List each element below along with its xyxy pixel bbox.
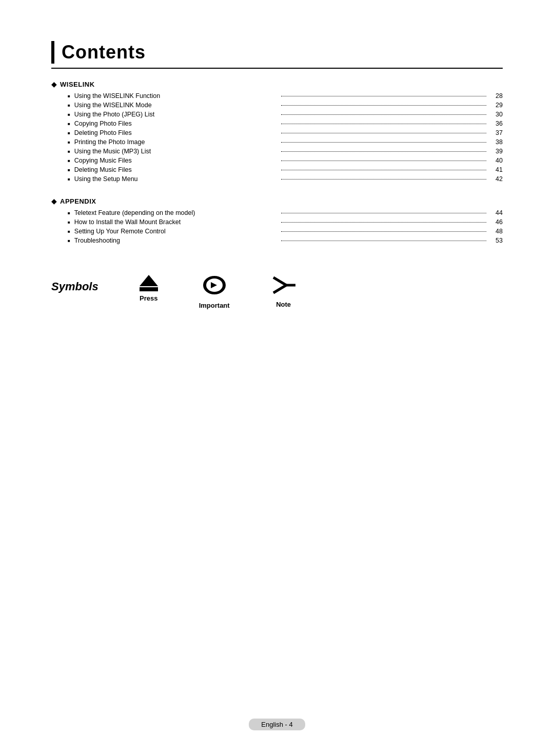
press-icon	[140, 275, 158, 291]
symbol-important: Important	[199, 275, 230, 309]
bullet-icon: ■	[68, 94, 70, 98]
title-wrapper: Contents	[51, 41, 503, 64]
toc-page: 37	[488, 129, 503, 136]
toc-dots	[281, 124, 486, 124]
toc-page: 39	[488, 148, 503, 155]
important-icon	[202, 275, 227, 299]
toc-dots	[281, 222, 486, 223]
toc-page: 29	[488, 102, 503, 109]
bullet-icon: ■	[68, 112, 70, 117]
toc-item-text: Deleting Photo Files	[74, 129, 280, 136]
title-bar	[51, 41, 54, 64]
toc-item-text: Teletext Feature (depending on the model…	[74, 209, 280, 216]
toc-page: 53	[488, 237, 503, 244]
bullet-icon: ■	[68, 131, 70, 135]
toc-page: 46	[488, 218, 503, 226]
toc-page: 28	[488, 92, 503, 100]
section-wiselink-header: ◆ Wiselink	[51, 80, 503, 88]
bullet-icon: ■	[68, 149, 70, 154]
toc-item: ■ Teletext Feature (depending on the mod…	[68, 209, 503, 216]
toc-page: 30	[488, 111, 503, 118]
toc-item: ■ How to Install the Wall Mount Bracket …	[68, 218, 503, 226]
toc-page: 48	[488, 228, 503, 235]
bullet-icon: ■	[68, 168, 70, 172]
toc-page: 42	[488, 175, 503, 183]
section-appendix-title: Appendix	[60, 197, 96, 205]
toc-dots	[281, 133, 486, 133]
toc-item: ■ Troubleshooting 53	[68, 237, 503, 244]
toc-page: 41	[488, 166, 503, 173]
toc-item: ■ Using the Music (MP3) List 39	[68, 148, 503, 155]
toc-item: ■ Printing the Photo Image 38	[68, 138, 503, 146]
footer: English - 4	[0, 719, 554, 730]
toc-item: ■ Using the Photo (JPEG) List 30	[68, 111, 503, 118]
bullet-icon: ■	[68, 211, 70, 215]
important-caption: Important	[199, 302, 230, 309]
toc-dots	[281, 170, 486, 170]
bullet-icon: ■	[68, 238, 70, 243]
toc-item: ■ Copying Photo Files 36	[68, 120, 503, 127]
page: Contents ◆ Wiselink ■ Using the WISELINK…	[0, 0, 554, 756]
toc-page: 38	[488, 138, 503, 146]
wiselink-toc-items: ■ Using the WISELINK Function 28 ■ Using…	[68, 92, 503, 183]
bullet-icon: ■	[68, 177, 70, 182]
toc-dots	[281, 179, 486, 180]
rect-base	[140, 287, 158, 291]
toc-dots	[281, 231, 486, 232]
toc-item: ■ Using the WISELINK Function 28	[68, 92, 503, 100]
section-appendix-header: ◆ Appendix	[51, 197, 503, 205]
symbol-items: Press Important	[140, 275, 296, 309]
toc-item: ■ Deleting Photo Files 37	[68, 129, 503, 136]
toc-item-text: Troubleshooting	[74, 237, 280, 244]
toc-item-text: Using the Music (MP3) List	[74, 148, 280, 155]
toc-item-text: Using the WISELINK Mode	[74, 102, 280, 109]
bullet-icon: ■	[68, 103, 70, 108]
toc-item: ■ Using the Setup Menu 42	[68, 175, 503, 183]
diamond-icon-appendix: ◆	[51, 197, 57, 205]
toc-item-text: Copying Photo Files	[74, 120, 280, 127]
toc-item-text: Deleting Music Files	[74, 166, 280, 173]
toc-item: ■ Setting Up Your Remote Control 48	[68, 228, 503, 235]
press-caption: Press	[140, 294, 157, 302]
toc-dots	[281, 142, 486, 143]
section-wiselink-title: Wiselink	[60, 81, 95, 88]
toc-item: ■ Copying Music Files 40	[68, 157, 503, 164]
toc-dots	[281, 96, 486, 96]
bullet-icon: ■	[68, 220, 70, 225]
footer-badge: English - 4	[249, 719, 305, 730]
toc-dots	[281, 114, 486, 115]
diamond-icon-wiselink: ◆	[51, 80, 57, 88]
symbols-section: Symbols Press	[51, 275, 503, 309]
note-icon	[271, 275, 296, 297]
toc-item-text: How to Install the Wall Mount Bracket	[74, 218, 280, 226]
page-title: Contents	[62, 41, 146, 64]
symbol-press: Press	[140, 275, 158, 302]
toc-dots	[281, 213, 486, 213]
title-divider	[51, 68, 503, 69]
note-caption: Note	[276, 301, 291, 308]
toc-item-text: Using the Photo (JPEG) List	[74, 111, 280, 118]
toc-sections: ◆ Wiselink ■ Using the WISELINK Function…	[51, 80, 503, 244]
section-wiselink: ◆ Wiselink ■ Using the WISELINK Function…	[51, 80, 503, 183]
symbols-label: Symbols	[51, 275, 98, 293]
toc-item-text: Setting Up Your Remote Control	[74, 228, 280, 235]
section-appendix: ◆ Appendix ■ Teletext Feature (depending…	[51, 197, 503, 244]
toc-page: 44	[488, 209, 503, 216]
bullet-icon: ■	[68, 229, 70, 234]
bullet-icon: ■	[68, 158, 70, 163]
toc-dots	[281, 241, 486, 241]
toc-dots	[281, 105, 486, 106]
symbol-note: Note	[271, 275, 296, 308]
toc-page: 40	[488, 157, 503, 164]
toc-dots	[281, 161, 486, 161]
triangle-icon	[140, 275, 158, 286]
toc-item-text: Copying Music Files	[74, 157, 280, 164]
toc-item: ■ Deleting Music Files 41	[68, 166, 503, 173]
toc-dots	[281, 151, 486, 152]
toc-page: 36	[488, 120, 503, 127]
toc-item-text: Using the WISELINK Function	[74, 92, 280, 100]
toc-item: ■ Using the WISELINK Mode 29	[68, 102, 503, 109]
bullet-icon: ■	[68, 122, 70, 126]
bullet-icon: ■	[68, 140, 70, 145]
appendix-toc-items: ■ Teletext Feature (depending on the mod…	[68, 209, 503, 244]
